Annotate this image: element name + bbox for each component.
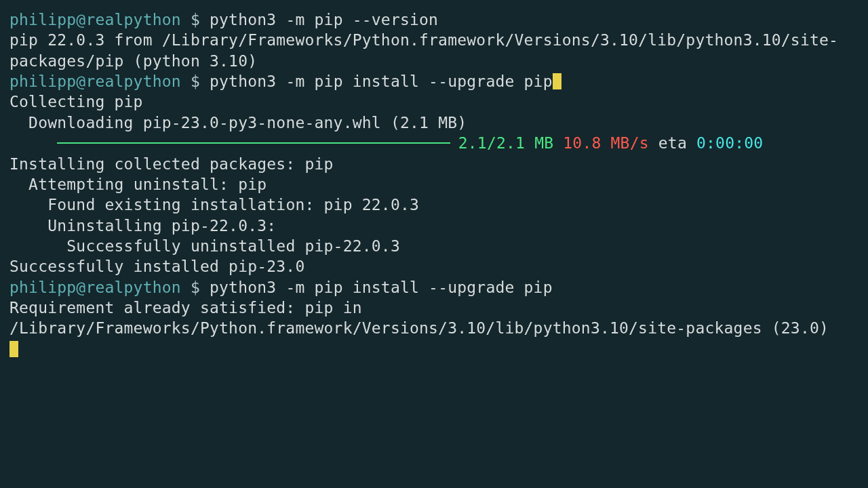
requirement-satisfied-line: Requirement already satisfied: pip in /L… — [9, 298, 859, 339]
command-3: python3 -m pip install --upgrade pip — [210, 279, 553, 296]
progress-line: 2.1/2.1 MB 10.8 MB/s eta 0:00:00 — [9, 133, 859, 153]
attempting-uninstall-line: Attempting uninstall: pip — [9, 174, 859, 195]
prompt-userhost: philipp@realpython — [9, 73, 181, 90]
progress-bar — [57, 142, 450, 144]
command-1: python3 -m pip --version — [210, 11, 438, 28]
progress-size: 2.1/2.1 MB — [458, 133, 553, 153]
successfully-installed-line: Successfully installed pip-23.0 — [9, 256, 859, 277]
prompt-sigil: $ — [181, 279, 210, 296]
progress-eta-label: eta — [658, 133, 696, 153]
prompt-sigil: $ — [181, 73, 210, 90]
progress-eta-time: 0:00:00 — [696, 133, 763, 153]
prompt-userhost: philipp@realpython — [9, 11, 181, 28]
cursor-icon — [553, 73, 561, 89]
progress-indent — [9, 133, 57, 153]
prompt-line-3: philipp@realpython $ python3 -m pip inst… — [9, 277, 859, 298]
installing-line: Installing collected packages: pip — [9, 154, 859, 174]
prompt-line-1: philipp@realpython $ python3 -m pip --ve… — [9, 9, 859, 30]
terminal[interactable]: philipp@realpython $ python3 -m pip --ve… — [9, 9, 859, 359]
cursor-icon — [9, 341, 18, 357]
collecting-line: Collecting pip — [9, 92, 859, 112]
found-existing-line: Found existing installation: pip 22.0.3 — [9, 195, 859, 215]
command-2: python3 -m pip install --upgrade pip — [210, 73, 553, 90]
prompt-sigil: $ — [181, 11, 210, 28]
uninstalling-line: Uninstalling pip-22.0.3: — [9, 216, 859, 236]
prompt-userhost: philipp@realpython — [9, 279, 181, 296]
successfully-uninstalled-line: Successfully uninstalled pip-22.0.3 — [9, 236, 859, 256]
pip-version-output: pip 22.0.3 from /Library/Frameworks/Pyth… — [9, 30, 859, 71]
progress-speed: 10.8 MB/s — [563, 133, 648, 153]
downloading-line: Downloading pip-23.0-py3-none-any.whl (2… — [9, 113, 859, 133]
cursor-line — [9, 339, 859, 359]
prompt-line-2: philipp@realpython $ python3 -m pip inst… — [9, 71, 859, 92]
